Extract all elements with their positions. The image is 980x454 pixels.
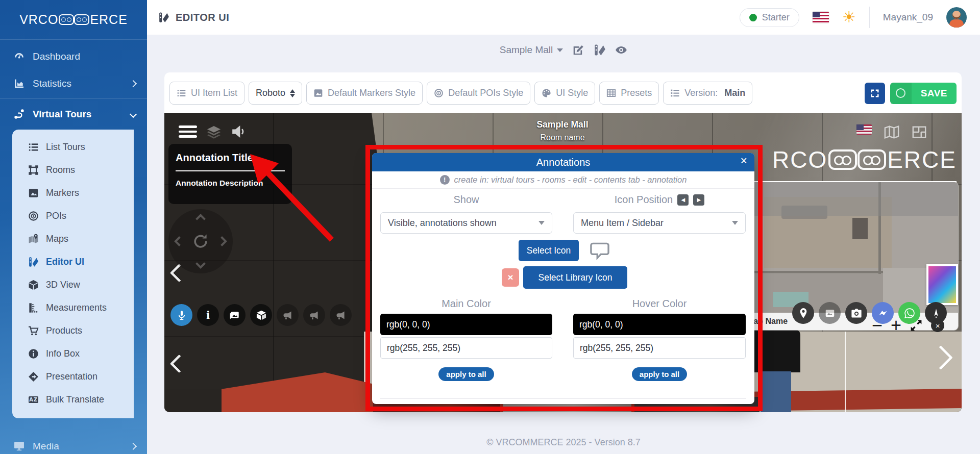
version-value: Main [724,88,745,98]
tour-selector-label: Sample Mall [500,44,553,56]
megaphone-button[interactable] [277,304,299,326]
expand-arrows-icon[interactable] [910,319,923,332]
submenu-item-presentation[interactable]: Presentation [12,365,134,388]
editor-ui-icon [158,12,169,23]
sidebar-item-dashboard[interactable]: Dashboard [0,43,147,70]
route-icon [13,109,24,120]
navigation-pad [168,209,233,273]
default-pois-style-button[interactable]: Default POIs Style [427,82,530,105]
sidebar-item-label: Dashboard [33,51,136,62]
submenu-item-list-tours[interactable]: List Tours [12,136,134,159]
plan-badge[interactable]: Starter [740,8,799,27]
submenu-item-label: Editor UI [46,257,84,267]
font-select-value: Roboto [256,88,285,98]
chart-icon [13,78,24,89]
submenu-item-label: Measurements [46,302,107,313]
vr-goggle-icon [828,149,857,170]
map-icon [28,234,39,245]
megaphone-button[interactable] [303,304,325,326]
list-icon [177,88,186,98]
translate-icon: AZ [28,394,39,406]
annotation-highlight-rectangle [365,145,763,411]
scene-map-icon[interactable] [884,124,899,138]
sidebar: VRCOERCE Dashboard Statistics Virtual To… [0,0,147,454]
layers-icon[interactable] [206,124,222,140]
ui-style-button[interactable]: UI Style [534,82,595,105]
tour-selector[interactable]: Sample Mall [500,44,564,56]
cube-3d-button[interactable] [250,304,272,326]
credit-thumbnail[interactable] [926,264,958,305]
scene-floorplan-icon[interactable] [912,124,927,138]
svg-text:Z: Z [33,397,37,402]
submenu-item-measurements[interactable]: Measurements [12,296,134,319]
fullscreen-button[interactable] [865,83,885,104]
sidebar-item-statistics[interactable]: Statistics [0,70,147,97]
submenu-item-label: Rooms [46,165,75,175]
nav-right-icon[interactable] [217,236,227,246]
vector-square-icon [28,165,39,176]
scene-action-row: i [170,304,352,326]
username[interactable]: Mayank_09 [883,12,933,23]
default-markers-label: Default Markers Style [328,88,415,98]
app-logo[interactable]: VRCOERCE [0,0,147,40]
caret-down-icon [557,48,563,52]
nav-down-icon[interactable] [195,259,206,269]
sidebar-item-media[interactable]: Media [0,433,147,454]
nav-up-icon[interactable] [195,214,206,224]
sidebar-item-virtual-tours[interactable]: Virtual Tours [0,100,147,128]
version-button[interactable]: Version: Main [663,82,752,105]
submenu-item-products[interactable]: Products [12,319,134,342]
gallery-button[interactable] [224,304,246,326]
gallery-share-button[interactable] [819,302,841,324]
submenu-item-info-box[interactable]: Info Box [12,342,134,365]
submenu-item-maps[interactable]: Maps [12,228,134,250]
submenu-item-editor-ui[interactable]: Editor UI [12,250,134,273]
theme-sun-icon[interactable]: ☀ [842,10,856,25]
submenu-item-markers[interactable]: Markers [12,182,134,205]
menu-hamburger-icon[interactable] [179,125,197,138]
camera-button[interactable] [845,302,867,324]
list-icon [28,142,39,153]
submenu-item-3d-view[interactable]: 3D View [12,273,134,296]
footer-copyright: © VRCOMMERCE 2025 - Version 8.7 [147,437,980,448]
language-flag-us[interactable] [813,12,829,23]
font-select[interactable]: Roboto [249,82,302,105]
presets-button[interactable]: Presets [599,82,659,105]
submenu-item-rooms[interactable]: Rooms [12,159,134,182]
ui-item-list-button[interactable]: UI Item List [169,82,244,105]
submenu-item-bulk-translate[interactable]: AZ Bulk Translate [12,388,134,411]
location-pin-button[interactable] [792,302,814,324]
submenu-item-pois[interactable]: POIs [12,205,134,228]
save-button[interactable]: SAVE [890,83,957,104]
zoom-out-button[interactable]: − [872,316,883,335]
editor-toolbar: UI Item List Roboto Default Markers Styl… [169,82,957,105]
info-button[interactable]: i [197,304,219,326]
sidebar-item-label: Statistics [33,78,122,89]
fullscreen-icon [870,88,880,98]
annotation-arrow [244,149,346,251]
microphone-button[interactable] [170,304,192,326]
svg-text:A: A [29,397,33,402]
minimap-zoom-controls: − + × [872,316,944,335]
save-button-label: SAVE [912,83,957,104]
nav-left-icon[interactable] [174,236,184,246]
minimap-close-button[interactable]: × [931,319,944,332]
megaphone-button[interactable] [330,304,352,326]
nav-refresh-icon[interactable] [192,233,209,249]
zoom-in-button[interactable]: + [891,316,901,335]
scene-tour-name: Sample Mall [471,119,654,130]
default-markers-style-button[interactable]: Default Markers Style [306,82,423,105]
cube-icon [28,280,39,291]
editor-style-icon[interactable] [594,44,606,56]
edit-pencil-icon[interactable] [572,44,584,56]
eye-icon[interactable] [615,44,627,56]
scene-language-flag[interactable] [856,124,872,135]
vr-goggle-icon [59,14,74,25]
palette-icon [542,88,551,98]
user-avatar[interactable] [946,7,967,28]
default-pois-label: Default POIs Style [448,88,523,98]
submenu-item-label: Products [46,325,82,336]
virtual-tours-submenu: List Tours Rooms Markers POIs Maps Edito… [12,130,134,418]
watermark-text-left: RCO [772,146,827,173]
speaker-icon[interactable] [231,123,247,140]
